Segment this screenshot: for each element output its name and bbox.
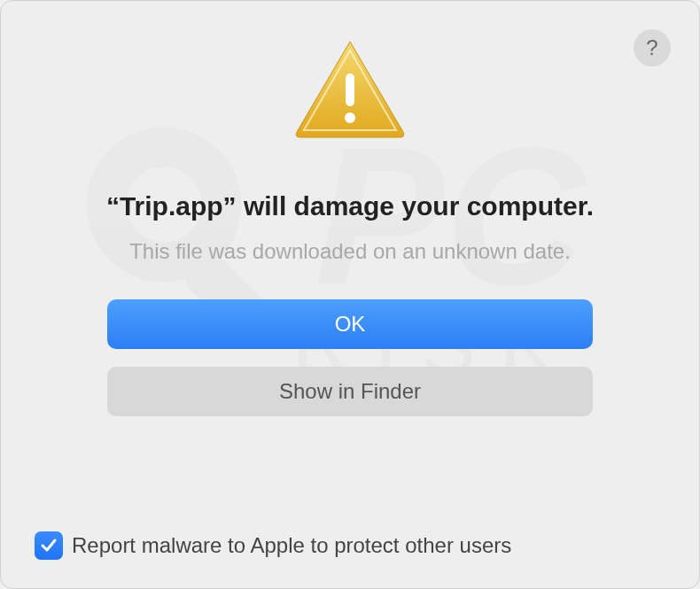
help-button[interactable]: ? [634, 29, 671, 66]
ok-button[interactable]: OK [107, 299, 593, 349]
show-in-finder-button[interactable]: Show in Finder [107, 367, 593, 416]
svg-point-5 [345, 112, 355, 123]
dialog-subtext: This file was downloaded on an unknown d… [1, 239, 699, 264]
report-malware-label: Report malware to Apple to protect other… [72, 533, 511, 558]
report-malware-row: Report malware to Apple to protect other… [35, 531, 665, 560]
ok-button-label: OK [335, 312, 366, 337]
show-in-finder-label: Show in Finder [279, 379, 421, 404]
svg-rect-4 [346, 74, 354, 106]
warning-icon-container [1, 1, 699, 140]
warning-triangle-icon [292, 38, 408, 140]
dialog-headline: “Trip.app” will damage your computer. [1, 191, 699, 221]
button-stack: OK Show in Finder [1, 299, 699, 416]
checkmark-icon [39, 536, 58, 555]
question-mark-icon: ? [646, 35, 657, 60]
report-malware-checkbox[interactable] [35, 531, 63, 560]
alert-dialog: PC RISK ? [0, 0, 700, 589]
